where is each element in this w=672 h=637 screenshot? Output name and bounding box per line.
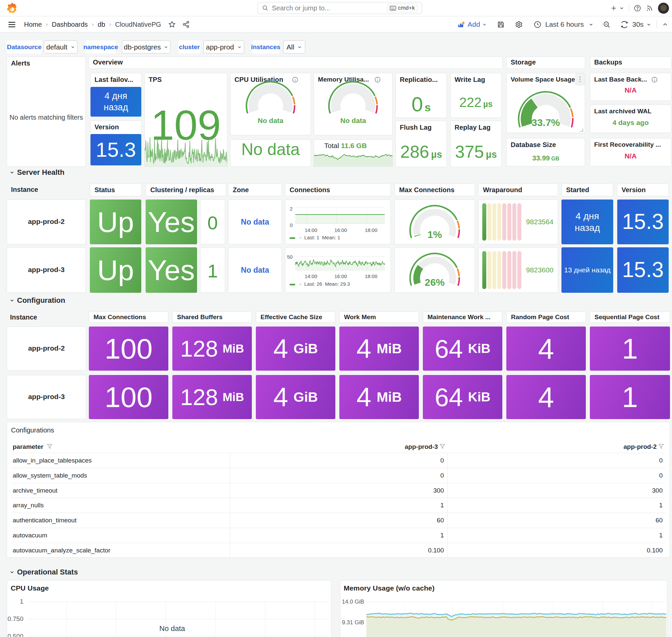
svg-text:14.0 GiB: 14.0 GiB [342,599,364,605]
svg-text:2: 2 [290,206,293,212]
svg-text:0.750: 0.750 [7,615,23,622]
svg-text:0.500: 0.500 [7,633,23,637]
svg-text:50: 50 [287,254,293,260]
svg-text:14:00: 14:00 [304,227,317,233]
svg-text:14:00: 14:00 [304,273,317,279]
svg-text:-: - [300,281,301,287]
svg-text:Last: 26 Mean: 29.3: Last: 26 Mean: 29.3 [304,281,350,287]
svg-text:Last: 1 Mean: 1: Last: 1 Mean: 1 [304,235,340,240]
svg-text:9.31 GiB: 9.31 GiB [342,619,364,626]
svg-text:18:00: 18:00 [365,273,377,279]
svg-text:16:00: 16:00 [334,273,347,279]
svg-text:0: 0 [290,222,293,228]
svg-text:-: - [300,235,301,240]
svg-text:1: 1 [20,598,23,605]
svg-text:16:00: 16:00 [334,227,347,233]
svg-text:18:00: 18:00 [365,227,377,233]
